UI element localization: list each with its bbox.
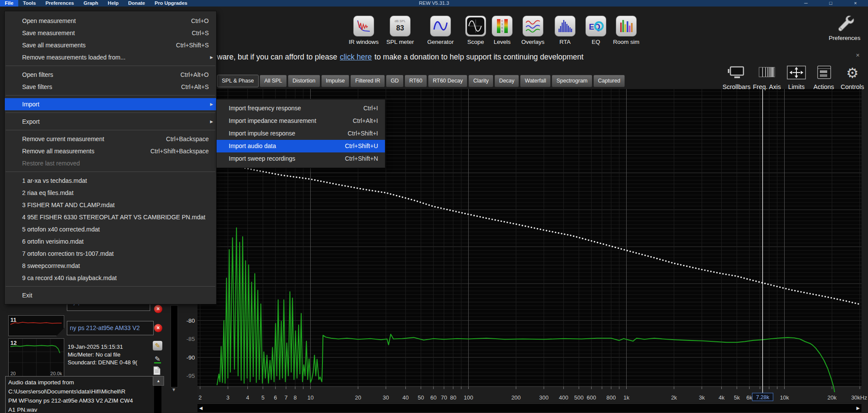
tab-spectrogram[interactable]: Spectrogram <box>552 75 592 87</box>
menu-item-save-measurement[interactable]: Save measurementCtrl+S <box>5 27 216 39</box>
menu-item-remove-all-measurements[interactable]: Remove all measurementsCtrl+Shift+Backsp… <box>5 145 216 157</box>
menu-item-remove-measurements-loaded-from[interactable]: Remove measurements loaded from...▶ <box>5 51 216 63</box>
menu-item-open-measurement[interactable]: Open measurementCtrl+O <box>5 15 216 27</box>
x-axis-label: 400 <box>559 394 569 401</box>
menu-shortcut: Ctrl+Shift+Backspace <box>150 145 209 157</box>
x-axis-label: 40 <box>402 394 408 401</box>
menu-item-remove-current-measurement[interactable]: Remove current measurementCtrl+Backspace <box>5 133 216 145</box>
x-axis-label: 70 <box>441 394 447 401</box>
menu-item-6-ortofin-verisimo-mdat[interactable]: 6 ortofin verisimo.mdat <box>5 235 216 248</box>
menu-item-import-impulse-response[interactable]: Import impulse responseCtrl+Shift+I <box>217 127 385 140</box>
menu-item-2-riaa-eq-files-mdat[interactable]: 2 riaa eq files.mdat <box>5 187 216 199</box>
tab-filtered-ir[interactable]: Filtered IR <box>350 75 385 87</box>
x-axis-label: 30kHz <box>851 394 867 401</box>
donation-banner: ware, but if you can afford to pleasecli… <box>217 51 583 63</box>
menubar-item-donate[interactable]: Donate <box>123 0 150 7</box>
toolbar-button-spl-meter[interactable]: dB SPL83SPL meter <box>380 16 420 45</box>
x-axis-label: 8 <box>294 394 297 401</box>
scroll-right-icon[interactable]: ▶ <box>856 406 860 410</box>
menubar-item-file[interactable]: File <box>0 0 18 7</box>
status-line: Audio data imported from <box>8 378 154 387</box>
menubar-item-graph[interactable]: Graph <box>79 0 103 7</box>
menu-separator <box>6 286 215 287</box>
graph-control-controls[interactable]: ⚙Controls <box>836 63 868 90</box>
menu-item-1-ar-xa-vs-techdas-mdat[interactable]: 1 ar-xa vs techdas.mdat <box>5 175 216 187</box>
x-axis-label: 100 <box>464 394 473 401</box>
title-bar: FileToolsPreferencesGraphHelpDonatePro U… <box>0 0 868 7</box>
scroll-down-icon[interactable]: ▼ <box>171 387 176 392</box>
donation-link[interactable]: click here <box>340 53 372 61</box>
menu-item-8-sweepcorrrew-mdat[interactable]: 8 sweepcorrrew.mdat <box>5 260 216 272</box>
close-button[interactable]: × <box>847 0 864 7</box>
tab-rt60[interactable]: RT60 <box>404 75 427 87</box>
menu-item-import[interactable]: Import▶ <box>5 98 216 110</box>
y-axis-label: -80 <box>186 317 195 324</box>
tab-gd[interactable]: GD <box>386 75 404 87</box>
scroll-left-icon[interactable]: ◀ <box>199 406 203 410</box>
preferences-button[interactable]: Preferences <box>824 13 865 41</box>
measurement-list-scrollbar[interactable] <box>171 305 178 387</box>
tab-captured[interactable]: Captured <box>593 75 625 87</box>
menu-item-4-95e-fisher-6330-stereoplat-art-vs-cambridge-pn-mdat[interactable]: 4 95E FISHER 6330 STEREOPLAT ART VS CAMB… <box>5 211 216 223</box>
menu-item-open-filters[interactable]: Open filtersCtrl+Alt+O <box>5 69 216 81</box>
status-scroll-up-button[interactable]: ▲ <box>153 376 164 386</box>
menu-separator <box>6 95 215 96</box>
tab-all-spl[interactable]: All SPL <box>260 75 287 87</box>
menu-item-5-ortofon-x40-corrected-mdat[interactable]: 5 ortofon x40 corrected.mdat <box>5 223 216 235</box>
graph-control-actions[interactable]: Actions <box>807 63 840 90</box>
chart-horizontal-scrollbar[interactable]: ◀ ▶ <box>197 403 861 412</box>
menubar-item-pro-upgrades[interactable]: Pro Upgrades <box>150 0 192 7</box>
svg-text:0: 0 <box>501 20 503 22</box>
overlays-icon <box>523 16 543 36</box>
minimize-button[interactable]: ─ <box>797 0 815 7</box>
menu-item-import-impedance-measurement[interactable]: Import impedance measurementCtrl+Alt+I <box>217 115 385 127</box>
menu-item-import-sweep-recordings[interactable]: Import sweep recordingsCtrl+Shift+N <box>217 152 385 165</box>
toolbar-button-ir-windows[interactable]: IR windows <box>344 16 384 45</box>
x-axis-label: 80 <box>450 394 456 401</box>
menu-item-export[interactable]: Export▶ <box>5 116 216 128</box>
menu-shortcut: Ctrl+Shift+I <box>348 127 378 140</box>
menu-item-import-audio-data[interactable]: Import audio dataCtrl+Shift+U <box>217 140 385 152</box>
tab-rt60-decay[interactable]: RT60 Decay <box>428 75 467 87</box>
controls-gear-icon: ⚙ <box>836 63 868 83</box>
x-axis-label: 4 <box>246 394 249 401</box>
menu-item-exit[interactable]: Exit <box>5 289 216 301</box>
menu-item-import-frequency-response[interactable]: Import frequency responseCtrl+I <box>217 102 385 115</box>
x-axis-label: 5k <box>734 394 740 401</box>
menu-item-3-fisher-mat-and-clamp-mdat[interactable]: 3 FISHER MAT AND CLAMP.mdat <box>5 199 216 211</box>
graph-control-scrollbars[interactable]: Scrollbars <box>720 63 753 90</box>
banner-close-icon[interactable]: × <box>856 51 860 59</box>
tab-decay[interactable]: Decay <box>494 75 519 87</box>
maximize-button[interactable]: □ <box>822 0 839 7</box>
graph-control-freq-axis[interactable]: Freq. Axis <box>750 63 783 90</box>
x-axis-label: 10k <box>780 394 789 401</box>
tab-spl-phase[interactable]: SPL & Phase <box>217 75 259 87</box>
x-axis-label: 600 <box>587 394 596 401</box>
wrench-icon <box>835 26 854 33</box>
menu-item-save-filters[interactable]: Save filtersCtrl+Alt+S <box>5 81 216 93</box>
x-axis-label: 2k <box>671 394 677 401</box>
tab-clarity[interactable]: Clarity <box>468 75 493 87</box>
tab-distortion[interactable]: Distortion <box>288 75 320 87</box>
graph-tabs: SPL & PhaseAll SPLDistortionImpulseFilte… <box>217 75 625 87</box>
tab-impulse[interactable]: Impulse <box>321 75 350 87</box>
menu-shortcut: Ctrl+I <box>363 102 378 115</box>
status-panel: Audio data imported from C:\Users\ersol\… <box>5 376 157 413</box>
menu-item-9-ca-record-x40-riaa-playback-mdat[interactable]: 9 ca record x40 riaa playback.mdat <box>5 272 216 284</box>
status-scrollbar-track[interactable] <box>154 385 161 413</box>
menu-shortcut: Ctrl+Alt+I <box>353 115 378 127</box>
y-axis-label: -85 <box>186 336 195 342</box>
menubar-item-tools[interactable]: Tools <box>18 0 41 7</box>
menu-shortcut: Ctrl+O <box>191 15 209 27</box>
menu-shortcut: Ctrl+Shift+U <box>345 140 378 152</box>
menu-shortcut: Ctrl+Alt+S <box>181 81 209 93</box>
menu-item-save-all-measurements[interactable]: Save all measurementsCtrl+Shift+S <box>5 39 216 51</box>
svg-text:E: E <box>589 23 594 31</box>
menu-item-7-ortofon-correction-trs-1007-mdat[interactable]: 7 ortofon correction trs-1007.mdat <box>5 248 216 260</box>
toolbar-button-generator[interactable]: Generator <box>421 16 460 45</box>
x-axis-label: 60 <box>430 394 436 401</box>
toolbar-button-room-sim[interactable]: Room sim <box>606 16 646 45</box>
menubar-item-help[interactable]: Help <box>103 0 123 7</box>
menubar-item-preferences[interactable]: Preferences <box>41 0 79 7</box>
tab-waterfall[interactable]: Waterfall <box>520 75 551 87</box>
